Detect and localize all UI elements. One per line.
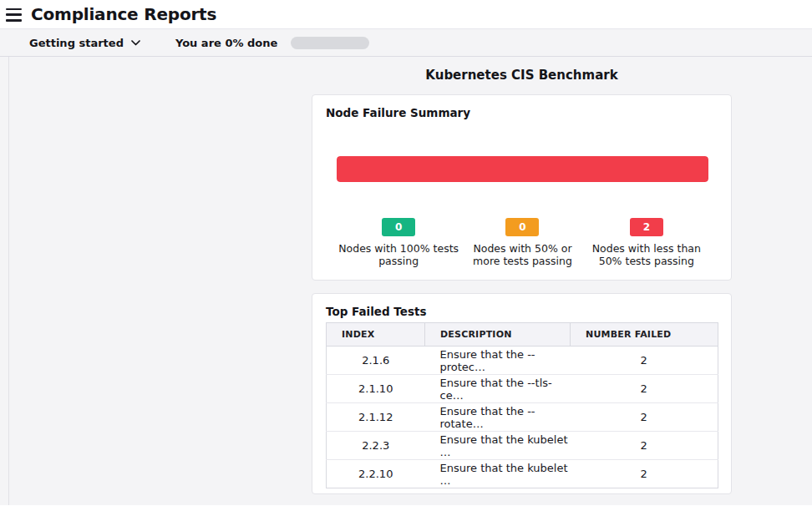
getting-started-bar: Getting started You are 0% done xyxy=(0,28,812,57)
stat-label: Nodes with 100% tests passing xyxy=(337,242,460,267)
cell-description: Ensure that the kubelet … xyxy=(425,432,571,460)
menu-icon[interactable] xyxy=(6,8,22,22)
column-header-description: DESCRIPTION xyxy=(425,323,571,347)
top-failed-tests-title: Top Failed Tests xyxy=(312,294,731,318)
cell-number-failed: 2 xyxy=(571,460,718,488)
top-failed-tests-table: INDEX DESCRIPTION NUMBER FAILED 2.1.6 En… xyxy=(326,322,718,488)
benchmark-heading: Kubernetes CIS Benchmark xyxy=(312,68,732,83)
cell-index: 2.1.10 xyxy=(327,375,425,403)
cell-description: Ensure that the kubelet … xyxy=(425,460,571,488)
getting-started-label: Getting started xyxy=(29,37,124,49)
stat-nodes-passing-50: 0 Nodes with 50% or more tests passing xyxy=(460,218,584,267)
app-header: Compliance Reports xyxy=(0,0,812,28)
table-header-row: INDEX DESCRIPTION NUMBER FAILED xyxy=(327,323,718,347)
cell-number-failed: 2 xyxy=(571,347,718,375)
stat-label: Nodes with 50% or more tests passing xyxy=(460,242,584,267)
column-header-index: INDEX xyxy=(327,323,425,347)
top-failed-tests-table-wrap: INDEX DESCRIPTION NUMBER FAILED 2.1.6 En… xyxy=(326,322,718,488)
cell-index: 2.1.6 xyxy=(327,347,425,375)
getting-started-dropdown[interactable]: Getting started xyxy=(29,37,140,49)
content-left-divider xyxy=(8,57,9,505)
progress-bar xyxy=(291,37,369,49)
progress-text: You are 0% done xyxy=(175,37,277,49)
chevron-down-icon xyxy=(131,40,140,46)
stat-badge-green: 0 xyxy=(382,218,415,236)
stat-badge-red: 2 xyxy=(630,218,663,236)
cell-number-failed: 2 xyxy=(571,432,718,460)
cell-index: 2.1.12 xyxy=(327,403,425,432)
top-failed-tests-card: Top Failed Tests INDEX DESCRIPTION NUMBE… xyxy=(312,293,732,494)
table-row: 2.1.10 Ensure that the --tls-ce… 2 xyxy=(327,375,718,403)
content-area: Kubernetes CIS Benchmark Node Failure Su… xyxy=(0,57,812,505)
report-column: Kubernetes CIS Benchmark Node Failure Su… xyxy=(312,57,732,494)
stat-badge-orange: 0 xyxy=(505,218,539,236)
table-row: 2.2.10 Ensure that the kubelet … 2 xyxy=(327,460,718,488)
stat-nodes-passing-100: 0 Nodes with 100% tests passing xyxy=(337,218,460,267)
node-failure-summary-card: Node Failure Summary 0 Nodes with 100% t… xyxy=(312,94,732,281)
page-title: Compliance Reports xyxy=(31,4,216,24)
table-row: 2.2.3 Ensure that the kubelet … 2 xyxy=(327,432,718,460)
node-failure-summary-title: Node Failure Summary xyxy=(312,95,731,119)
cell-index: 2.2.3 xyxy=(327,432,425,460)
stat-nodes-failing: 2 Nodes with less than 50% tests passing xyxy=(585,218,708,267)
node-failure-bar-segment-failing xyxy=(337,156,708,182)
cell-description: Ensure that the --tls-ce… xyxy=(425,375,571,403)
column-header-number-failed: NUMBER FAILED xyxy=(571,323,718,347)
cell-index: 2.2.10 xyxy=(327,460,425,488)
table-row: 2.1.12 Ensure that the --rotate… 2 xyxy=(327,403,718,432)
node-failure-bar-chart xyxy=(337,156,708,182)
stat-label: Nodes with less than 50% tests passing xyxy=(585,242,708,267)
node-failure-stats: 0 Nodes with 100% tests passing 0 Nodes … xyxy=(337,218,708,267)
cell-number-failed: 2 xyxy=(571,375,718,403)
cell-description: Ensure that the --protec… xyxy=(425,347,571,375)
table-row: 2.1.6 Ensure that the --protec… 2 xyxy=(327,347,718,375)
cell-description: Ensure that the --rotate… xyxy=(425,403,571,432)
cell-number-failed: 2 xyxy=(571,403,718,432)
